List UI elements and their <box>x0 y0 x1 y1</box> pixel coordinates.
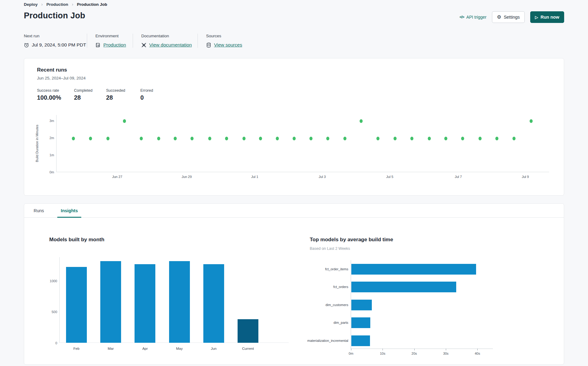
run-dot[interactable] <box>174 137 177 140</box>
run-dot[interactable] <box>360 119 363 123</box>
month-bar[interactable] <box>66 267 87 343</box>
scatter-x-tick: Jun 29 <box>176 175 198 179</box>
run-dot[interactable] <box>376 137 379 140</box>
model-bar[interactable] <box>351 317 370 328</box>
run-dot[interactable] <box>461 137 464 140</box>
recent-runs-card: Recent runs Jun 25, 2024–Jul 09, 2024 Su… <box>24 58 564 196</box>
breadcrumb-deploy[interactable]: Deploy <box>24 2 38 7</box>
run-dot[interactable] <box>72 137 75 140</box>
run-dot[interactable] <box>343 137 346 140</box>
play-icon: ▷ <box>535 15 538 20</box>
model-bar[interactable] <box>351 282 456 292</box>
run-dot[interactable] <box>157 137 160 140</box>
run-dot[interactable] <box>530 119 533 123</box>
top-models-chart-title: Top models by average build time <box>310 237 393 243</box>
run-dot[interactable] <box>123 119 126 123</box>
model-label: materialization_incremental <box>284 339 348 342</box>
run-dot[interactable] <box>444 137 447 140</box>
model-label: dim_parts <box>284 321 348 324</box>
breadcrumb-production[interactable]: Production <box>46 2 68 7</box>
recent-runs-date-range: Jun 25, 2024–Jul 09, 2024 <box>37 76 86 80</box>
month-bar[interactable] <box>238 319 258 343</box>
month-bar[interactable] <box>100 261 121 343</box>
run-dot[interactable] <box>293 137 296 140</box>
hbar-tick-mark <box>414 349 415 350</box>
run-dot[interactable] <box>309 137 312 140</box>
run-dot[interactable] <box>326 137 329 140</box>
top-models-hbar-chart: 0m10s20s30s40sfct_order_itemsfct_ordersd… <box>351 260 493 349</box>
sources-section: Sources View sources <box>198 34 242 48</box>
scatter-y-tick: 3m <box>44 119 54 123</box>
tab-runs[interactable]: Runs <box>30 204 48 217</box>
month-bar[interactable] <box>203 264 224 343</box>
run-dot[interactable] <box>479 137 482 140</box>
run-dot[interactable] <box>208 137 211 140</box>
bar-x-label: Current <box>234 347 262 350</box>
hbar-tick-mark <box>446 349 446 350</box>
hbar-tick-label: 20s <box>408 352 420 355</box>
models-built-bar-chart: 05001000FebMarAprMayJunCurrent <box>59 257 286 343</box>
bar-x-label: Mar <box>97 347 124 350</box>
bar-y-tick: 0 <box>45 341 57 345</box>
hbar-tick-mark <box>351 349 351 350</box>
view-documentation-link[interactable]: View documentation <box>149 42 192 48</box>
stat-succeeded: Succeeded 28 <box>106 88 140 101</box>
gear-icon: ⚙ <box>497 15 501 20</box>
run-dot[interactable] <box>410 137 413 140</box>
recent-runs-title: Recent runs <box>37 67 67 73</box>
database-icon <box>206 43 211 48</box>
dbt-logo-icon <box>141 43 146 48</box>
tab-insights[interactable]: Insights <box>57 204 82 217</box>
bar-x-label: Feb <box>63 347 90 350</box>
model-label: fct_order_items <box>284 267 348 271</box>
model-bar[interactable] <box>351 264 476 275</box>
month-bar[interactable] <box>169 261 190 343</box>
next-run-section: Next run Jul 9, 2024, 5:00 PM PDT <box>24 34 87 48</box>
settings-label: Settings <box>504 15 520 20</box>
run-now-button[interactable]: ▷ Run now <box>530 11 564 23</box>
environment-link[interactable]: Production <box>103 42 126 48</box>
run-dot[interactable] <box>106 137 109 140</box>
chevron-right-icon: › <box>41 2 43 7</box>
run-now-label: Run now <box>541 15 559 20</box>
api-trigger-label: API trigger <box>466 15 486 20</box>
model-label: fct_orders <box>284 285 348 289</box>
settings-button[interactable]: ⚙ Settings <box>492 11 525 23</box>
run-dot[interactable] <box>259 137 262 140</box>
run-dot[interactable] <box>276 137 279 140</box>
clock-icon <box>24 43 29 48</box>
breadcrumb-production-job: Production Job <box>77 2 107 7</box>
run-dot[interactable] <box>512 137 516 140</box>
sources-label: Sources <box>206 34 242 38</box>
run-dot[interactable] <box>89 137 92 140</box>
bar-x-label: Apr <box>131 347 159 350</box>
api-trigger-link[interactable]: </> API trigger <box>460 15 486 20</box>
hbar-tick-mark <box>383 349 383 350</box>
stat-completed: Completed 28 <box>74 88 106 101</box>
scatter-y-tick: 1m <box>44 153 54 157</box>
run-dot[interactable] <box>225 137 228 140</box>
scatter-x-tick: Jul 7 <box>448 175 469 179</box>
recent-runs-stats: Success rate 100.00% Completed 28 Succee… <box>37 88 153 101</box>
bar-y-tick: 500 <box>45 310 57 314</box>
next-run-label: Next run <box>24 34 87 38</box>
environment-icon <box>95 43 101 48</box>
run-dot[interactable] <box>495 137 498 140</box>
model-bar[interactable] <box>351 300 372 310</box>
environment-section: Environment Production <box>87 34 133 48</box>
hbar-tick-mark <box>477 349 478 350</box>
month-bar[interactable] <box>135 264 155 343</box>
environment-label: Environment <box>95 34 133 38</box>
run-dot[interactable] <box>242 137 246 140</box>
hbar-tick-label: 30s <box>440 352 452 355</box>
bar-x-label: Jun <box>200 347 227 350</box>
model-bar[interactable] <box>351 335 370 346</box>
view-sources-link[interactable]: View sources <box>214 42 242 48</box>
header-actions: </> API trigger ⚙ Settings ▷ Run now <box>460 11 564 23</box>
run-dot[interactable] <box>428 137 431 140</box>
hbar-tick-label: 10s <box>376 352 389 355</box>
run-dot[interactable] <box>140 137 143 140</box>
build-duration-scatter-plot: Build Duration in Minutes 0m1m2m3mJun 27… <box>56 115 549 172</box>
run-dot[interactable] <box>394 137 397 140</box>
run-dot[interactable] <box>190 137 194 140</box>
